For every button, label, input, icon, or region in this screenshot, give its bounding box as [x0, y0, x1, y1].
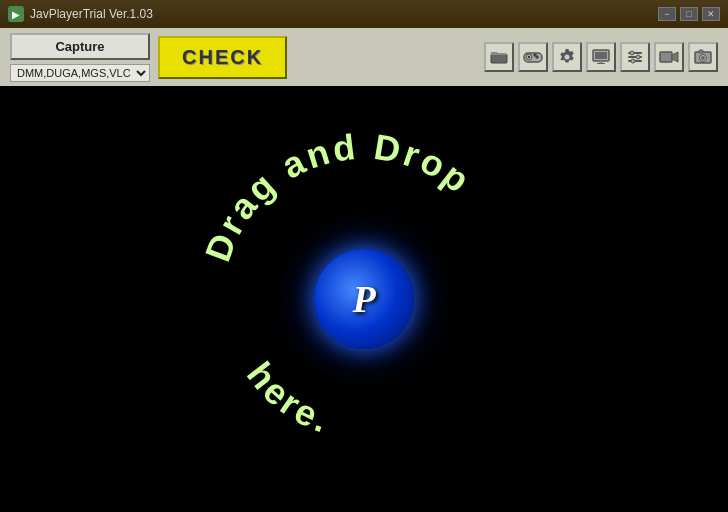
svg-point-16 [630, 51, 634, 55]
svg-point-3 [536, 56, 538, 58]
svg-rect-11 [599, 61, 603, 63]
screenshot-icon-button[interactable] [688, 42, 718, 72]
app-title: JavPlayerTrial Ver.1.03 [30, 7, 153, 21]
toolbar-icons [484, 42, 718, 72]
title-bar: ▶ JavPlayerTrial Ver.1.03 − □ ✕ [0, 0, 728, 28]
svg-rect-10 [595, 52, 607, 59]
app-icon: ▶ [8, 6, 24, 22]
svg-point-17 [636, 55, 640, 59]
toolbar: Capture DMM,DUGA,MGS,VLC CHECK [0, 28, 728, 86]
source-dropdown-row: DMM,DUGA,MGS,VLC [10, 64, 150, 82]
monitor-icon-button[interactable] [586, 42, 616, 72]
capture-group: Capture DMM,DUGA,MGS,VLC [10, 33, 150, 82]
maximize-button[interactable]: □ [680, 7, 698, 21]
check-button[interactable]: CHECK [158, 36, 287, 79]
svg-text:Drag and Drop: Drag and Drop [197, 126, 480, 267]
title-bar-left: ▶ JavPlayerTrial Ver.1.03 [8, 6, 153, 22]
center-logo: P [314, 249, 414, 349]
drag-drop-area[interactable]: Drag and Drop here. P [184, 119, 544, 479]
gamepad-icon-button[interactable] [518, 42, 548, 72]
svg-point-23 [701, 56, 705, 60]
folder-icon-button[interactable] [484, 42, 514, 72]
svg-point-8 [565, 55, 570, 60]
settings2-icon-button[interactable] [620, 42, 650, 72]
svg-rect-19 [660, 52, 672, 62]
minimize-button[interactable]: − [658, 7, 676, 21]
svg-rect-24 [699, 50, 703, 53]
svg-rect-0 [491, 54, 507, 63]
logo-letter: P [352, 277, 375, 321]
svg-rect-12 [597, 63, 605, 64]
main-content[interactable]: Drag and Drop here. P [0, 86, 728, 512]
svg-point-4 [534, 54, 536, 56]
svg-text:here.: here. [239, 354, 336, 441]
svg-point-18 [631, 59, 635, 63]
window-controls: − □ ✕ [658, 7, 720, 21]
capture-button[interactable]: Capture [10, 33, 150, 60]
source-select[interactable]: DMM,DUGA,MGS,VLC [10, 64, 150, 82]
svg-rect-1 [524, 53, 542, 62]
close-button[interactable]: ✕ [702, 7, 720, 21]
record-icon-button[interactable] [654, 42, 684, 72]
gear-icon-button[interactable] [552, 42, 582, 72]
svg-marker-20 [672, 52, 678, 62]
